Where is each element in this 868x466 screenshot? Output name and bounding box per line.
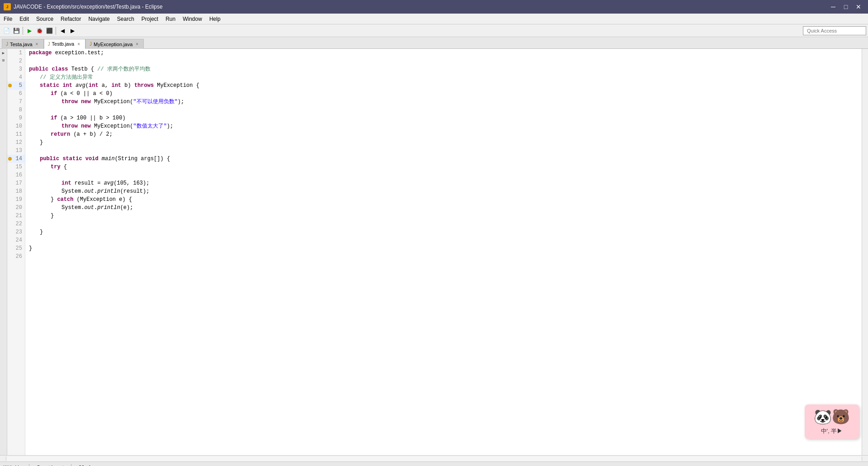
line-num-3: 3 xyxy=(7,65,25,73)
tab-testb-icon: J xyxy=(48,42,50,47)
toolbar-sep2 xyxy=(56,27,56,35)
tab-testa-close[interactable]: × xyxy=(34,42,40,47)
tab-testa-icon: J xyxy=(6,42,8,47)
code-line-19: } catch (MyException e) { xyxy=(25,195,862,204)
line-num-24: 24 xyxy=(7,236,25,244)
line-num-7: 7 xyxy=(7,98,25,106)
line-num-21: 21 xyxy=(7,212,25,220)
line-num-13: 13 xyxy=(7,147,25,155)
code-line-9: if (a > 100 || b > 100) xyxy=(25,114,862,122)
code-line-14: public static void main(String args[]) { xyxy=(25,155,862,163)
status-insert-label: Smart Insert xyxy=(37,465,64,466)
menu-navigate[interactable]: Navigate xyxy=(85,14,113,24)
horizontal-scrollbar[interactable] xyxy=(0,455,868,461)
code-line-8 xyxy=(25,106,862,114)
status-writable: Writable xyxy=(4,465,22,466)
code-line-20: System.out.println(e); xyxy=(25,204,862,212)
menu-edit[interactable]: Edit xyxy=(16,14,33,24)
code-line-24 xyxy=(25,236,862,244)
code-line-13 xyxy=(25,147,862,155)
toolbar-sep1 xyxy=(23,27,23,35)
code-line-25: } xyxy=(25,244,862,252)
line-num-6: 6 xyxy=(7,90,25,98)
code-line-15: try { xyxy=(25,163,862,171)
code-line-1: package exception.test; xyxy=(25,49,862,57)
app-icon: J xyxy=(4,3,11,10)
toolbar-debug[interactable]: 🐞 xyxy=(35,26,44,35)
code-line-7: throw new MyException("不可以使用负数"); xyxy=(25,98,862,106)
menu-help[interactable]: Help xyxy=(206,14,224,24)
menu-run[interactable]: Run xyxy=(162,14,179,24)
panda-widget: 🐼🐻 中', 半▶ xyxy=(805,404,859,439)
line-num-9: 9 xyxy=(7,114,25,122)
tab-testb-label: Testb.java xyxy=(52,41,75,47)
line-num-1: 1 xyxy=(7,49,25,57)
toolbar-stop[interactable]: ⬛ xyxy=(45,26,54,35)
line-num-19: 19 xyxy=(7,195,25,204)
menu-project[interactable]: Project xyxy=(138,14,162,24)
right-panel xyxy=(862,49,868,455)
tab-testa[interactable]: J Testa.java × xyxy=(2,39,44,49)
line-num-12: 12 xyxy=(7,138,25,147)
toolbar-run[interactable]: ▶ xyxy=(25,26,34,35)
code-line-26 xyxy=(25,252,862,261)
line-num-2: 2 xyxy=(7,57,25,65)
line-num-16: 16 xyxy=(7,171,25,179)
line-num-5: 5 xyxy=(7,81,25,90)
close-button[interactable]: ✕ xyxy=(853,2,864,11)
code-line-4: // 定义方法抛出异常 xyxy=(25,73,862,81)
tab-myexception[interactable]: J MyException.java × xyxy=(85,39,144,49)
quick-access-input[interactable] xyxy=(803,26,866,35)
tab-testb-close[interactable]: × xyxy=(76,41,81,47)
code-line-10: throw new MyException("数值太大了"); xyxy=(25,122,862,130)
toolbar-forward[interactable]: ▶ xyxy=(68,26,77,35)
scroll-track xyxy=(6,456,862,461)
menu-search[interactable]: Search xyxy=(113,14,138,24)
status-sep2 xyxy=(71,464,71,466)
code-line-22 xyxy=(25,220,862,228)
menu-file[interactable]: File xyxy=(0,14,16,24)
scroll-right-btn[interactable] xyxy=(862,456,868,461)
line-num-8: 8 xyxy=(7,106,25,114)
toolbar-save[interactable]: 💾 xyxy=(12,26,21,35)
code-line-12: } xyxy=(25,138,862,147)
tab-testa-label: Testa.java xyxy=(10,42,33,47)
toolbar: 📄 💾 ▶ 🐞 ⬛ ◀ ▶ xyxy=(0,24,868,37)
code-line-5: static int avg(int a, int b) throws MyEx… xyxy=(25,81,862,90)
editor-container: ▶ ⊞ 1 2 3 4 5 6 7 8 9 10 11 12 13 14 15 … xyxy=(0,49,868,455)
line-num-4: 4 xyxy=(7,73,25,81)
minimize-button[interactable]: ─ xyxy=(827,2,839,11)
left-icon-1[interactable]: ▶ xyxy=(0,50,7,56)
line-num-26: 26 xyxy=(7,252,25,261)
title-bar: J JAVACODE - Exception/src/exception/tes… xyxy=(0,0,868,14)
window-title: JAVACODE - Exception/src/exception/test/… xyxy=(14,4,827,10)
line-num-22: 22 xyxy=(7,220,25,228)
menu-window[interactable]: Window xyxy=(179,14,206,24)
menu-bar: File Edit Source Refactor Navigate Searc… xyxy=(0,14,868,24)
code-line-2 xyxy=(25,57,862,65)
kw-package: package xyxy=(29,49,52,57)
scroll-left-btn[interactable] xyxy=(0,456,6,461)
status-position: 26 : 1 xyxy=(79,465,91,466)
left-icons-strip: ▶ ⊞ xyxy=(0,49,7,455)
code-line-16 xyxy=(25,171,862,179)
code-line-6: if (a < 0 || a < 0) xyxy=(25,90,862,98)
status-insert: Smart Insert xyxy=(37,465,64,466)
code-editor[interactable]: package exception.test; public class Tes… xyxy=(25,49,862,455)
left-icon-2[interactable]: ⊞ xyxy=(0,57,7,63)
menu-source[interactable]: Source xyxy=(33,14,57,24)
toolbar-back[interactable]: ◀ xyxy=(58,26,67,35)
quick-access-area xyxy=(803,26,866,35)
code-line-17: int result = avg(105, 163); xyxy=(25,179,862,187)
maximize-button[interactable]: □ xyxy=(840,2,852,11)
line-num-10: 10 xyxy=(7,122,25,130)
tab-myexception-icon: J xyxy=(90,42,92,47)
line-num-14: 14 xyxy=(7,155,25,163)
line-num-23: 23 xyxy=(7,228,25,236)
tab-testb[interactable]: J Testb.java × xyxy=(44,39,86,49)
tab-myexception-close[interactable]: × xyxy=(134,42,140,47)
toolbar-new[interactable]: 📄 xyxy=(2,26,11,35)
code-line-23: } xyxy=(25,228,862,236)
menu-refactor[interactable]: Refactor xyxy=(57,14,85,24)
code-line-18: System.out.println(result); xyxy=(25,187,862,195)
